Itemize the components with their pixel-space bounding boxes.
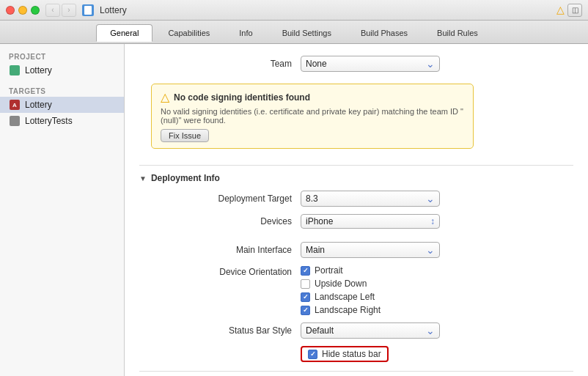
deployment-triangle-icon[interactable]: ▼ [139,174,147,183]
sidebar-item-project[interactable]: Lottery [0,62,124,78]
devices-control: iPhone ↕ [301,214,573,229]
tests-target-icon [9,115,21,127]
project-section-header: PROJECT [0,50,124,62]
warning-triangle-icon: △ [161,90,169,104]
sidebar-item-lottery-target[interactable]: A Lottery [0,97,124,113]
landscape-left-label: Landscape Left [315,292,375,302]
landscape-right-label: Landscape Right [315,305,381,315]
warning-box: △ No code signing identities found No va… [151,84,474,149]
main-interface-value: Main [306,245,423,255]
landscape-left-checkbox[interactable] [301,292,310,302]
team-select-value: None [306,59,423,69]
devices-value: iPhone [306,216,427,226]
orientation-checkboxes: Portrait Upside Down Landscape Left Land… [301,265,381,315]
project-icon [9,64,21,76]
status-bar-style-value: Default [306,325,423,336]
content-area: Team None ⌄ △ No code signing identities… [125,44,588,376]
tab-build-settings[interactable]: Build Settings [268,24,345,42]
device-orientation-label: Device Orientation [139,265,301,277]
tab-build-rules[interactable]: Build Rules [423,24,492,42]
sidebar-item-lottery-label: Lottery [25,100,52,110]
orientation-landscape-right: Landscape Right [301,305,381,315]
hide-status-bar-label: Hide status bar [322,349,381,359]
orientation-upside-down: Upside Down [301,279,381,289]
landscape-right-checkbox[interactable] [301,306,310,315]
deployment-target-select[interactable]: 8.3 ⌄ [301,191,440,207]
device-orientation-row: Device Orientation Portrait Upside Down … [139,265,573,315]
tab-general[interactable]: General [96,24,152,42]
nav-back-button[interactable]: ‹ [45,4,60,17]
lottery-target-icon: A [9,99,21,111]
deployment-target-arrow: ⌄ [426,193,435,204]
main-interface-arrow: ⌄ [426,244,435,256]
deployment-target-control: 8.3 ⌄ [301,191,573,207]
sidebar-item-project-label: Lottery [25,65,52,75]
hide-navigator-button[interactable]: ◫ [567,4,582,17]
hide-status-bar-row: Hide status bar [139,346,573,362]
orientation-portrait: Portrait [301,265,381,276]
file-icon [82,4,94,16]
main-interface-row: Main Interface Main ⌄ [139,242,573,258]
deployment-target-row: Deployment Target 8.3 ⌄ [139,191,573,207]
status-bar-style-control: Default ⌄ [301,322,573,339]
deployment-section-title: Deployment Info [151,173,220,183]
hide-status-bar-checkbox[interactable] [308,350,317,359]
warning-title: No code signing identities found [174,92,310,103]
tab-build-phases[interactable]: Build Phases [347,24,422,42]
team-control-wrap: None ⌄ [301,56,573,72]
portrait-checkbox[interactable] [301,266,310,276]
devices-select[interactable]: iPhone ↕ [301,214,440,229]
devices-label: Devices [139,216,301,226]
sidebar-item-tests-label: LotteryTests [25,116,73,126]
deployment-section-header: ▼ Deployment Info [139,165,573,183]
team-row: Team None ⌄ [139,56,573,72]
devices-row: Devices iPhone ↕ [139,214,573,229]
team-select[interactable]: None ⌄ [301,56,440,72]
status-bar-style-label: Status Bar Style [139,325,301,336]
fix-issue-button[interactable]: Fix Issue [161,129,209,142]
main-layout: PROJECT Lottery TARGETS A Lottery Lotter… [0,44,588,376]
window-title: Lottery [100,5,127,15]
nav-arrows: ‹ › [45,4,76,17]
targets-section-header: TARGETS [0,84,124,97]
status-bar-style-row: Status Bar Style Default ⌄ [139,322,573,339]
app-icons-section: ▼ App Icons and Launch Images [139,371,573,376]
titlebar: ‹ › Lottery △ ◫ [0,0,588,21]
deployment-target-value: 8.3 [306,193,423,204]
main-interface-select[interactable]: Main ⌄ [301,242,440,258]
team-label: Team [139,59,301,69]
tab-info[interactable]: Info [225,24,266,42]
titlebar-right-controls: △ ◫ [556,4,582,17]
sidebar: PROJECT Lottery TARGETS A Lottery Lotter… [0,44,125,376]
hide-status-bar-control: Hide status bar [301,346,573,362]
sidebar-item-lottery-tests[interactable]: LotteryTests [0,113,124,129]
status-bar-style-select[interactable]: Default ⌄ [301,322,440,339]
minimize-button[interactable] [18,6,27,15]
orientation-landscape-left: Landscape Left [301,292,381,302]
maximize-button[interactable] [31,6,40,15]
upside-down-label: Upside Down [315,279,367,289]
nav-forward-button[interactable]: › [62,4,76,17]
main-interface-control: Main ⌄ [301,242,573,258]
close-button[interactable] [6,6,15,15]
hide-status-bar-highlight: Hide status bar [301,346,389,362]
portrait-label: Portrait [315,265,343,276]
tab-capabilities[interactable]: Capabilities [154,24,224,42]
team-select-arrow: ⌄ [426,58,435,70]
warning-text: No valid signing identities (i.e. certif… [161,107,464,125]
deployment-target-label: Deployment Target [139,193,301,204]
warning-icon: △ [556,4,565,17]
window-controls [6,6,40,15]
devices-arrow: ↕ [430,216,435,226]
upside-down-checkbox[interactable] [301,279,310,289]
status-bar-style-arrow: ⌄ [426,325,435,336]
tabs-bar: General Capabilities Info Build Settings… [0,21,588,44]
main-interface-label: Main Interface [139,245,301,255]
